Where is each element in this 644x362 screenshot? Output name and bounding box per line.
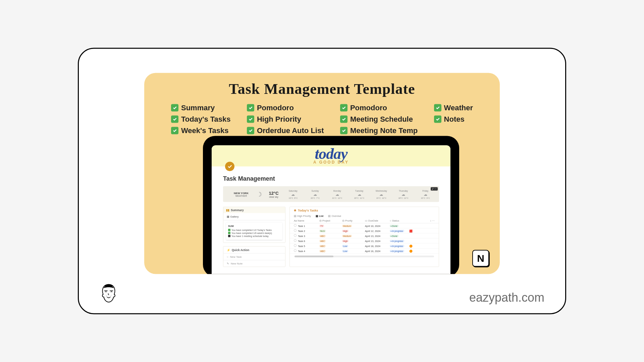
sun-icon: ✸ xyxy=(294,209,297,212)
tab-overdue[interactable]: ▤ Overdue xyxy=(328,215,341,218)
feature-item: Meeting Schedule xyxy=(340,115,418,124)
feature-label: High Priority xyxy=(257,115,301,124)
table-row[interactable]: Task 6ABCHighApril 13, 2024• In progress xyxy=(290,239,439,244)
feature-col-4: WeatherNotes xyxy=(434,104,473,135)
feature-label: Orderdue Auto List xyxy=(257,126,324,135)
tasks-tabs: ▤ High Priority ▦ List ▤ Overdue xyxy=(290,214,439,218)
checkbox-icon xyxy=(340,127,347,134)
feature-label: Meeting Schedule xyxy=(350,115,413,124)
new-task-label: New Task xyxy=(230,255,242,258)
feature-item: Week's Tasks xyxy=(171,126,230,135)
checkbox-icon xyxy=(247,116,254,123)
feature-label: Meeting Note Temp xyxy=(350,126,418,135)
summary-card: SUM You have completed 1/2 Today's Tasks… xyxy=(226,223,282,240)
feature-label: Summary xyxy=(181,104,215,112)
check-icon xyxy=(228,229,230,231)
sum-text: You have completed 1/2 Today's Tasks xyxy=(231,229,272,231)
weather-widget: ⤢ ⋯ NEW YORK WEATHER ☽ 12°C clear sky Sa… xyxy=(223,186,439,202)
forecast-day: Friday☁15°C 9°C xyxy=(414,189,436,199)
checkbox-icon xyxy=(247,127,254,134)
table-row[interactable]: Task 1TYMediumApril 10, 2024• Done xyxy=(290,224,439,229)
feature-col-2: PomodoroHigh PriorityOrderdue Auto List xyxy=(247,104,324,135)
forecast-row: Saturday☁13°C 8°CSunday☁20°C 7°CMonday☁2… xyxy=(282,189,436,199)
summary-icon: ▮▮ xyxy=(226,208,229,212)
checkbox-icon xyxy=(434,116,441,123)
section-title: Task Management xyxy=(223,175,439,182)
app-content: Task Management ⤢ ⋯ NEW YORK WEATHER ☽ 1… xyxy=(212,167,450,267)
table-head: Aa Name ◎ Project ◎ Prority ▭ DueDate ○ … xyxy=(290,218,439,224)
tab-label: Overdue xyxy=(331,215,341,218)
new-task-button[interactable]: ○New Task xyxy=(223,253,285,260)
feature-item: Today's Tasks xyxy=(171,115,230,124)
col-project: Project xyxy=(322,219,330,222)
city-name: NEW YORK xyxy=(226,191,257,194)
tab-label: List xyxy=(319,215,323,218)
checkbox-icon xyxy=(340,104,347,112)
notion-letter: N xyxy=(477,253,484,264)
moon-icon: ☽ xyxy=(257,190,265,198)
table-row[interactable]: Task 3ABCMediumApril 13, 2024• Done xyxy=(290,234,439,239)
col-priority: Prority xyxy=(345,219,353,222)
weather-temp: 12°C clear sky xyxy=(265,190,282,198)
checkbox-icon xyxy=(171,104,178,112)
feature-item: Summary xyxy=(171,104,230,112)
sum-text: You have completed 1/6 week's task(s) xyxy=(231,232,272,234)
bullet-icon xyxy=(228,235,230,237)
table-row[interactable]: Task 2NLGHighApril 12, 2024• In progress… xyxy=(290,229,439,234)
quick-title: Quick Action xyxy=(232,248,249,252)
weather-city: NEW YORK WEATHER xyxy=(226,191,257,197)
feature-label: Pomodoro xyxy=(257,104,294,112)
tablet-screen: today A GOOD DAY Task Management ⤢ ⋯ NEW… xyxy=(212,145,450,274)
city-sub: WEATHER xyxy=(235,194,247,197)
checkbox-icon xyxy=(247,104,254,112)
col-status: Status xyxy=(392,219,399,222)
bolt-icon: ⚡ xyxy=(227,248,230,252)
forecast-day: Tuesday☁20°C 11°C xyxy=(348,189,370,199)
banner-script: today xyxy=(212,145,450,161)
sum-line: You have 1 meeting schedule today xyxy=(228,235,280,237)
feature-item: Pomodoro xyxy=(340,104,418,112)
forecast-day: Sunday☁20°C 7°C xyxy=(304,189,326,199)
feature-item: Pomodoro xyxy=(247,104,324,112)
forecast-day: Saturday☁13°C 8°C xyxy=(282,189,304,199)
scroll-indicator[interactable] xyxy=(294,256,434,257)
col-name: Aa Name xyxy=(292,219,319,222)
new-note-button[interactable]: ✎New Note xyxy=(223,260,285,267)
forecast-day: Thursday☁18°C 12°C xyxy=(392,189,415,199)
checkbox-icon xyxy=(340,116,347,123)
feature-item: Orderdue Auto List xyxy=(247,126,324,135)
promo-card: Task Management Template SummaryToday's … xyxy=(144,73,500,274)
banner: today A GOOD DAY xyxy=(212,145,450,167)
slide-frame: Task Management Template SummaryToday's … xyxy=(78,48,566,314)
temp-desc: clear sky xyxy=(269,195,278,198)
tasks-header: ✸Today's Tasks xyxy=(290,207,439,214)
col-extra: ↕ ⋯ xyxy=(409,219,437,222)
feature-label: Week's Tasks xyxy=(181,126,228,135)
table-row[interactable]: Task 5ABCLowApril 18, 2024• In progress🟠 xyxy=(290,244,439,249)
tab-label: High Priority xyxy=(297,215,311,218)
notion-logo-icon: N xyxy=(472,250,489,267)
avatar-icon xyxy=(98,281,120,303)
checkbox-icon xyxy=(434,104,441,112)
tasks-panel: ✸Today's Tasks ▤ High Priority ▦ List ▤ … xyxy=(289,207,439,267)
feature-item: Weather xyxy=(434,104,473,112)
tab-high-priority[interactable]: ▤ High Priority xyxy=(294,215,311,218)
feature-label: Notes xyxy=(444,115,465,124)
brand-url: eazypath.com xyxy=(469,291,544,305)
gallery-label: Gallery xyxy=(230,215,238,218)
widget-menu-icon[interactable]: ⤢ ⋯ xyxy=(431,187,438,191)
summary-header: ▮▮Summary xyxy=(223,207,285,213)
feature-item: Notes xyxy=(434,115,473,124)
feature-col-1: SummaryToday's TasksWeek's Tasks xyxy=(171,104,230,135)
tab-list[interactable]: ▦ List xyxy=(316,215,323,218)
gallery-tab[interactable]: ▦ Gallery xyxy=(223,213,285,221)
feature-col-3: PomodoroMeeting ScheduleMeeting Note Tem… xyxy=(340,104,418,135)
table-row[interactable]: Task 4ABCLowApril 16, 2024• In progress🟠 xyxy=(290,249,439,254)
feature-label: Weather xyxy=(444,104,473,112)
checkbox-icon xyxy=(171,116,178,123)
circle-icon: ○ xyxy=(227,255,228,258)
sum-card-title: SUM xyxy=(228,225,280,228)
sum-text: You have 1 meeting schedule today xyxy=(231,235,269,237)
feature-label: Pomodoro xyxy=(350,104,387,112)
temp-value: 12°C xyxy=(265,190,282,195)
